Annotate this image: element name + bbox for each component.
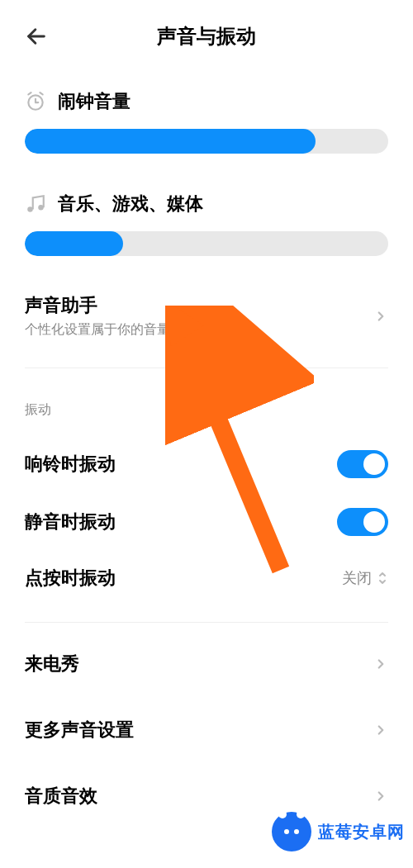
media-volume-slider[interactable] bbox=[25, 231, 388, 256]
ring-vibrate-label: 响铃时振动 bbox=[25, 452, 116, 477]
silent-vibrate-label: 静音时振动 bbox=[25, 510, 116, 534]
alarm-volume-label: 闹钟音量 bbox=[58, 89, 131, 114]
chevron-right-icon bbox=[373, 657, 388, 671]
sound-assistant-row[interactable]: 声音助手 个性化设置属于你的音量控制逻辑 bbox=[25, 273, 388, 359]
tap-vibrate-value: 关闭 bbox=[342, 568, 388, 588]
sound-effects-title: 音质音效 bbox=[25, 784, 97, 809]
alarm-clock-icon bbox=[25, 91, 46, 112]
slider-header: 音乐、游戏、媒体 bbox=[25, 192, 388, 216]
nav-row-content: 声音助手 个性化设置属于你的音量控制逻辑 bbox=[25, 293, 373, 339]
tap-vibrate-label: 点按时振动 bbox=[25, 566, 116, 591]
alarm-volume-slider[interactable] bbox=[25, 129, 388, 154]
music-note-icon bbox=[25, 193, 46, 215]
updown-chevron-icon bbox=[377, 571, 388, 586]
silent-vibrate-toggle[interactable] bbox=[337, 508, 388, 536]
silent-vibrate-row: 静音时振动 bbox=[25, 493, 388, 551]
watermark-logo-icon bbox=[272, 812, 311, 851]
vibration-section-header: 振动 bbox=[25, 401, 388, 419]
toggle-knob bbox=[363, 453, 385, 475]
divider bbox=[25, 368, 388, 368]
alarm-volume-section: 闹钟音量 bbox=[25, 89, 388, 154]
toggle-knob bbox=[363, 511, 385, 533]
more-sounds-row[interactable]: 更多声音设置 bbox=[25, 697, 388, 763]
header: 声音与振动 bbox=[0, 0, 413, 64]
sound-assistant-title: 声音助手 bbox=[25, 293, 373, 318]
svg-line-5 bbox=[40, 92, 42, 94]
slider-header: 闹钟音量 bbox=[25, 89, 388, 114]
media-volume-label: 音乐、游戏、媒体 bbox=[58, 192, 203, 216]
media-volume-fill bbox=[25, 231, 123, 256]
svg-point-7 bbox=[38, 205, 44, 211]
watermark-text: 蓝莓安卓网 bbox=[318, 821, 405, 843]
call-show-row[interactable]: 来电秀 bbox=[25, 631, 388, 697]
chevron-right-icon bbox=[373, 723, 388, 738]
svg-line-4 bbox=[28, 92, 31, 94]
watermark: 蓝莓安卓网 bbox=[272, 812, 405, 851]
media-volume-section: 音乐、游戏、媒体 bbox=[25, 192, 388, 256]
call-show-title: 来电秀 bbox=[25, 652, 79, 676]
divider bbox=[25, 622, 388, 623]
sound-assistant-subtitle: 个性化设置属于你的音量控制逻辑 bbox=[25, 321, 373, 339]
more-sounds-title: 更多声音设置 bbox=[25, 718, 134, 742]
tap-vibrate-value-text: 关闭 bbox=[342, 568, 372, 588]
ring-vibrate-toggle[interactable] bbox=[337, 450, 388, 478]
content: 闹钟音量 音乐、游戏、媒体 声音助手 个性化设置属于你的音量控制逻辑 bbox=[0, 89, 413, 829]
chevron-right-icon bbox=[373, 789, 388, 804]
svg-point-6 bbox=[27, 206, 33, 212]
back-arrow-icon[interactable] bbox=[25, 25, 48, 48]
ring-vibrate-row: 响铃时振动 bbox=[25, 435, 388, 493]
page-title: 声音与振动 bbox=[157, 23, 256, 50]
chevron-right-icon bbox=[373, 309, 388, 324]
alarm-volume-fill bbox=[25, 129, 316, 154]
tap-vibrate-row[interactable]: 点按时振动 关闭 bbox=[25, 551, 388, 605]
